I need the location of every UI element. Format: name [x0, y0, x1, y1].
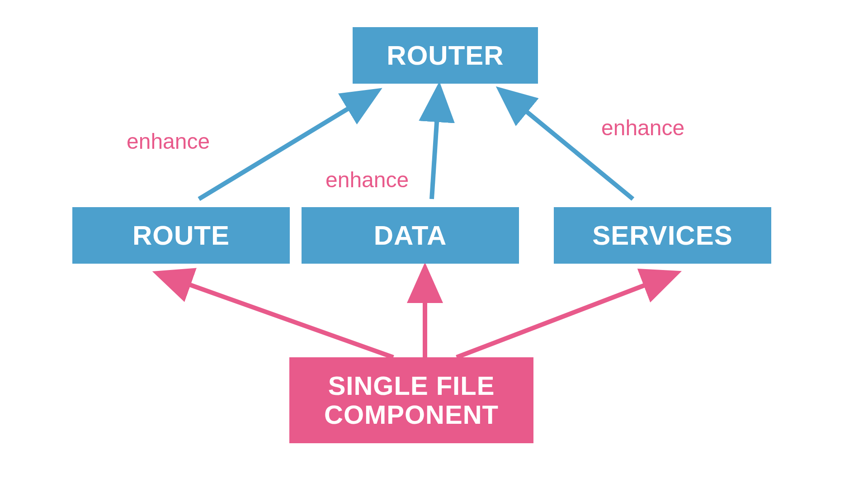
diagram-stage: ROUTER ROUTE DATA SERVICES SINGLE FILE C…	[0, 0, 868, 488]
arrow-services-to-router	[506, 95, 633, 199]
edge-label-left: enhance	[127, 129, 210, 154]
node-services: SERVICES	[554, 207, 771, 264]
node-router: ROUTER	[353, 27, 538, 84]
arrow-sfc-to-route	[165, 276, 393, 357]
node-services-label: SERVICES	[592, 220, 732, 251]
node-route-label: ROUTE	[132, 220, 230, 251]
arrow-sfc-to-services	[457, 276, 669, 357]
edge-label-middle: enhance	[326, 167, 409, 192]
edge-label-right: enhance	[601, 115, 684, 140]
node-sfc-label: SINGLE FILE COMPONENT	[324, 371, 499, 429]
node-data-label: DATA	[374, 220, 447, 251]
arrow-data-to-router	[432, 95, 439, 199]
node-sfc: SINGLE FILE COMPONENT	[289, 357, 533, 443]
node-data: DATA	[302, 207, 519, 264]
node-router-label: ROUTER	[387, 40, 504, 71]
node-route: ROUTE	[72, 207, 290, 264]
